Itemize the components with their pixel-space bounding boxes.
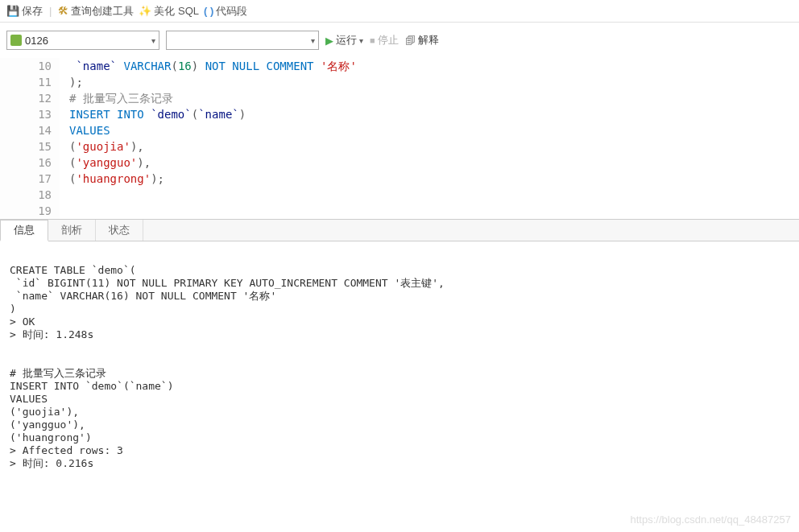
code-line[interactable]: ('huangrong');: [69, 171, 799, 187]
database-icon: [10, 35, 22, 46]
database-select-value: 0126: [25, 35, 48, 47]
stop-button[interactable]: ■ 停止: [370, 33, 399, 47]
code-area[interactable]: `name` VARCHAR(16) NOT NULL COMMENT '名称'…: [60, 58, 799, 219]
snippet-icon: ( ): [204, 5, 213, 17]
code-line[interactable]: VALUES: [69, 122, 799, 138]
line-number: 16: [0, 155, 52, 171]
database-select[interactable]: 0126 ▾: [6, 31, 159, 50]
run-button[interactable]: ▶ 运行 ▾: [325, 33, 363, 47]
line-number: 14: [0, 122, 52, 138]
watermark: https://blog.csdn.net/qq_48487257: [631, 513, 792, 526]
line-number: 18: [0, 187, 52, 203]
line-number: 13: [0, 106, 52, 122]
explain-button[interactable]: 🗐 解释: [405, 33, 439, 47]
save-button[interactable]: 💾 保存: [6, 4, 43, 19]
line-number: 19: [0, 203, 52, 219]
save-label: 保存: [22, 4, 43, 19]
tab-profile[interactable]: 剖析: [48, 220, 96, 241]
snippet-button[interactable]: ( ) 代码段: [204, 4, 247, 19]
tab-status[interactable]: 状态: [96, 220, 143, 241]
code-line[interactable]: INSERT INTO `demo`(`name`): [69, 106, 799, 122]
tab-info[interactable]: 信息: [0, 220, 48, 241]
query-tools-button[interactable]: 🛠 查询创建工具: [58, 4, 134, 19]
save-icon: 💾: [6, 5, 19, 17]
wand-icon: ✨: [139, 5, 151, 17]
line-number: 17: [0, 171, 52, 187]
top-toolbar: 💾 保存 | 🛠 查询创建工具 ✨ 美化 SQL ( ) 代码段: [0, 0, 799, 23]
controls-row: 0126 ▾ ▾ ▶ 运行 ▾ ■ 停止 🗐 解释: [0, 23, 799, 58]
play-icon: ▶: [325, 35, 333, 47]
dropdown-caret-icon: ▾: [359, 36, 363, 45]
code-line[interactable]: [69, 187, 799, 203]
explain-icon: 🗐: [405, 35, 416, 47]
run-label: 运行: [336, 33, 357, 47]
sql-editor[interactable]: 10111213141516171819 `name` VARCHAR(16) …: [0, 58, 799, 219]
code-line[interactable]: );: [69, 74, 799, 90]
messages-pane[interactable]: CREATE TABLE `demo`( `id` BIGINT(11) NOT…: [0, 241, 799, 480]
line-number: 12: [0, 90, 52, 106]
snippet-label: 代码段: [216, 4, 247, 19]
line-number: 15: [0, 138, 52, 155]
code-line[interactable]: # 批量写入三条记录: [69, 90, 799, 106]
explain-label: 解释: [418, 33, 439, 47]
stop-icon: ■: [370, 35, 375, 45]
line-number: 10: [0, 58, 52, 74]
chevron-down-icon: ▾: [151, 36, 155, 45]
result-tabs: 信息 剖析 状态: [0, 219, 799, 241]
code-line[interactable]: ('guojia'),: [69, 138, 799, 155]
code-line[interactable]: ('yangguo'),: [69, 155, 799, 171]
separator: |: [49, 5, 52, 17]
line-gutter: 10111213141516171819: [0, 58, 60, 219]
chevron-down-icon: ▾: [311, 36, 315, 45]
tools-icon: 🛠: [58, 5, 68, 17]
line-number: 11: [0, 74, 52, 90]
code-line[interactable]: `name` VARCHAR(16) NOT NULL COMMENT '名称': [69, 58, 799, 74]
secondary-select[interactable]: ▾: [166, 31, 319, 50]
beautify-label: 美化 SQL: [154, 4, 199, 19]
beautify-sql-button[interactable]: ✨ 美化 SQL: [139, 4, 199, 19]
stop-label: 停止: [378, 33, 399, 47]
code-line[interactable]: [69, 203, 799, 219]
query-tools-label: 查询创建工具: [71, 4, 134, 19]
